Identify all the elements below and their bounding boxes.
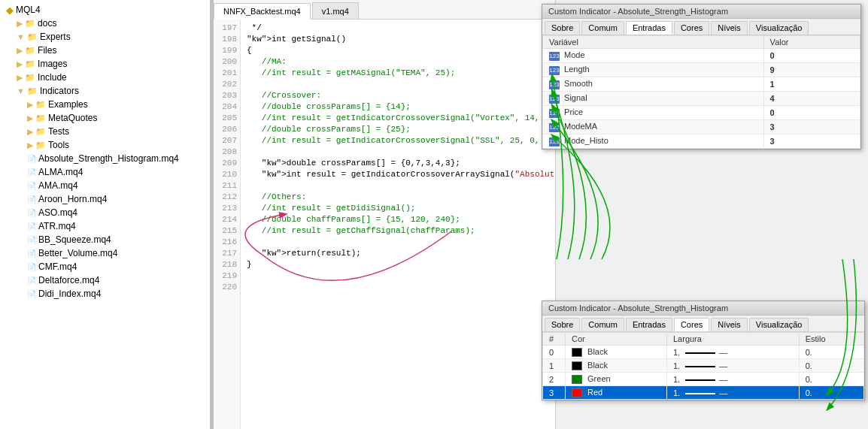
code-line-209: "kw">double crossParams[] = {0,7,3,4,3};: [247, 158, 549, 169]
indicator-title-bottom: Custom Indicator - Absolute_Strength_His…: [542, 301, 864, 316]
tree-item-bb[interactable]: 📄 BB_Squeeze.mq4: [0, 233, 210, 246]
tree-item-tools[interactable]: ▶ 📁 Tools: [0, 138, 210, 152]
code-lines[interactable]: */"kw">int getSignal(){ //MA: //int resu…: [241, 20, 555, 429]
tab-v1[interactable]: v1.mq4: [312, 2, 359, 19]
folder-icon-tests: ▶ 📁: [27, 127, 46, 137]
entradas-row-smooth[interactable]: 123 Smooth 1: [543, 77, 860, 92]
code-line-215: //int result = getChaffSignal(chaffParam…: [247, 225, 549, 237]
tree-label-alma: ALMA.mq4: [38, 167, 83, 177]
ind-tab-sobre[interactable]: Sobre: [545, 21, 580, 35]
ind-tab-entradas[interactable]: Entradas: [626, 21, 672, 35]
ind-tab-comum[interactable]: Comum: [581, 21, 624, 35]
code-line-204: //double crossParams[] = {14};: [247, 101, 549, 113]
folder-icon-indicators: ▼ 📁: [17, 86, 38, 96]
ind-tab-visualizacao[interactable]: Visualização: [749, 21, 809, 35]
tree-item-include[interactable]: ▶ 📁 Include: [0, 71, 210, 84]
entradas-row-mode_histo[interactable]: 123 Mode_Histo 3: [543, 134, 860, 149]
folder-icon-images: ▶ 📁: [17, 59, 35, 69]
tree-label-atr: ATR.mq4: [38, 221, 76, 231]
ind-tab-b-entradas[interactable]: Entradas: [626, 318, 672, 331]
indicator-cores-content: # Cor Largura Estilo 0 Black 1. — 0. 1 B…: [542, 332, 864, 400]
folder-icon-include: ▶ 📁: [17, 73, 35, 83]
tree-item-mql4[interactable]: ◆ MQL4: [0, 3, 210, 17]
tree-item-tests[interactable]: ▶ 📁 Tests: [0, 125, 210, 138]
tree-label-experts: Experts: [40, 32, 71, 42]
tree-label-aso: ASO.mq4: [38, 207, 77, 218]
code-line-203: //Crossover:: [247, 90, 549, 101]
ind-tab-b-visualizacao[interactable]: Visualização: [749, 318, 809, 331]
ind-tab-b-sobre[interactable]: Sobre: [545, 318, 580, 331]
ind-tab-niveis[interactable]: Níveis: [711, 21, 748, 35]
tree-label-bb: BB_Squeeze.mq4: [38, 234, 111, 245]
code-line-220: [247, 282, 549, 293]
cores-table: # Cor Largura Estilo 0 Black 1. — 0. 1 B…: [542, 332, 864, 400]
col-valor: Valor: [763, 36, 860, 49]
indicator-title-top: Custom Indicator - Absolute_Strength_His…: [542, 5, 860, 19]
cores-row-2[interactable]: 2 Green 1. — 0.: [543, 373, 864, 386]
col-variavel: Variável: [543, 36, 764, 49]
ind-tab-b-cores[interactable]: Cores: [674, 318, 709, 331]
tree-item-aso[interactable]: 📄 ASO.mq4: [0, 206, 210, 219]
tree-item-indicators[interactable]: ▼ 📁 Indicators: [0, 84, 210, 98]
tree-label-didi: Didi_Index.mq4: [38, 289, 101, 299]
file-tree: ◆ MQL4 ▶ 📁 docs ▼ 📁 Experts ▶ 📁 Files: [0, 0, 210, 304]
entradas-row-length[interactable]: 123 Length 9: [543, 63, 860, 77]
tree-label-tests: Tests: [48, 126, 69, 137]
ind-tab-b-niveis[interactable]: Níveis: [711, 318, 748, 331]
diamond-icon: ◆: [6, 5, 14, 16]
color-swatch-2: [572, 375, 582, 384]
tree-item-metaquotes[interactable]: ▶ 📁 MetaQuotes: [0, 111, 210, 125]
code-editor-content[interactable]: 1971981992002012022032042052062072082092…: [214, 20, 555, 429]
tree-item-didi[interactable]: 📄 Didi_Index.mq4: [0, 287, 210, 301]
tab-nnfx[interactable]: NNFX_Backtest.mq4: [214, 3, 311, 20]
entradas-row-mode[interactable]: 123 Mode 0: [543, 49, 860, 63]
code-line-198: "kw">int getSignal(): [247, 34, 549, 45]
entradas-row-price[interactable]: 123 Price 0: [543, 106, 860, 120]
tree-label-aroon: Aroon_Horn.mq4: [38, 194, 107, 204]
code-line-199: {: [247, 45, 549, 56]
code-line-206: //double crossParams[] = {25};: [247, 124, 549, 135]
indicator-tabs-top: Sobre Comum Entradas Cores Níveis Visual…: [542, 19, 860, 35]
ind-tab-cores[interactable]: Cores: [674, 21, 709, 35]
line-numbers: 1971981992002012022032042052062072082092…: [214, 20, 241, 429]
folder-icon-tools: ▶ 📁: [27, 140, 46, 150]
tree-item-delta[interactable]: 📄 Deltaforce.mq4: [0, 273, 210, 287]
cores-row-1[interactable]: 1 Black 1. — 0.: [543, 359, 864, 373]
editor-tabs-bar: NNFX_Backtest.mq4 v1.mq4: [214, 0, 555, 20]
code-line-202: [247, 79, 549, 90]
code-editor-panel: NNFX_Backtest.mq4 v1.mq4 197198199200201…: [214, 0, 556, 429]
tree-item-bettervol[interactable]: 📄 Better_Volume.mq4: [0, 246, 210, 260]
tree-label-examples: Examples: [48, 99, 88, 110]
cores-row-3[interactable]: 3 Red 1. — 0.: [543, 386, 864, 400]
tree-label-indicators: Indicators: [40, 86, 79, 96]
color-swatch-3: [572, 388, 582, 397]
folder-icon-metaquotes: ▶ 📁: [27, 113, 46, 123]
entradas-row-modema[interactable]: 123 ModeMA 3: [543, 120, 860, 134]
tree-label-include: Include: [38, 72, 67, 83]
tree-label-mql4: MQL4: [16, 5, 41, 15]
tree-item-aroon[interactable]: 📄 Aroon_Horn.mq4: [0, 192, 210, 206]
tree-item-examples[interactable]: ▶ 📁 Examples: [0, 98, 210, 111]
tree-item-files[interactable]: ▶ 📁 Files: [0, 44, 210, 57]
tree-label-cmf: CMF.mq4: [38, 261, 77, 272]
indicator-entradas-content: Variável Valor 123 Mode 0 123 Length 9 1…: [542, 35, 860, 149]
ind-tab-b-comum[interactable]: Comum: [581, 318, 624, 331]
tree-item-abs-strength[interactable]: 📄 Absolute_Strength_Histogram.mq4: [0, 152, 210, 165]
entradas-row-signal[interactable]: 123 Signal 4: [543, 92, 860, 106]
file-tree-scroll[interactable]: ◆ MQL4 ▶ 📁 docs ▼ 📁 Experts ▶ 📁 Files: [0, 0, 210, 429]
tree-item-alma[interactable]: 📄 ALMA.mq4: [0, 165, 210, 179]
tree-item-ama[interactable]: 📄 AMA.mq4: [0, 179, 210, 192]
mq4-icon-bettervol: 📄: [27, 249, 36, 258]
resize-handle[interactable]: [210, 0, 214, 429]
tree-item-images[interactable]: ▶ 📁 Images: [0, 57, 210, 71]
tree-item-docs[interactable]: ▶ 📁 docs: [0, 17, 210, 30]
col-largura: Largura: [666, 333, 799, 346]
cores-row-0[interactable]: 0 Black 1. — 0.: [543, 346, 864, 359]
code-line-217: "kw">return(result);: [247, 248, 549, 259]
tree-item-atr[interactable]: 📄 ATR.mq4: [0, 219, 210, 233]
tree-item-experts[interactable]: ▼ 📁 Experts: [0, 30, 210, 44]
folder-icon: ▶ 📁: [17, 19, 35, 29]
mq4-icon-alma: 📄: [27, 168, 36, 177]
file-tree-panel: ◆ MQL4 ▶ 📁 docs ▼ 📁 Experts ▶ 📁 Files: [0, 0, 211, 429]
tree-item-cmf[interactable]: 📄 CMF.mq4: [0, 260, 210, 273]
